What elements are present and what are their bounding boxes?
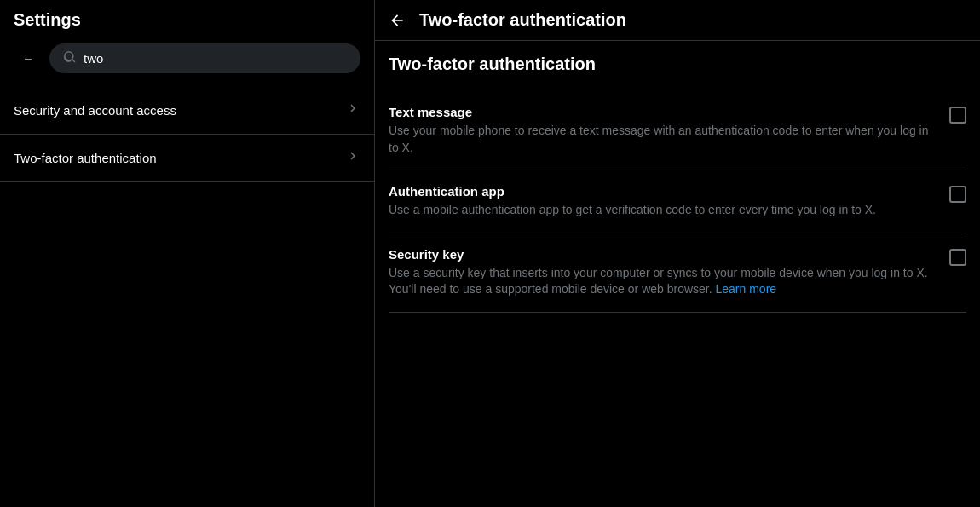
option-info-security-key: Security key Use a security key that ins…	[389, 247, 949, 298]
option-desc-security-key: Use a security key that inserts into you…	[389, 265, 936, 298]
back-button-main[interactable]	[389, 12, 406, 29]
settings-title: Settings	[0, 0, 374, 37]
option-row-authentication-app: Authentication app Use a mobile authenti…	[389, 170, 966, 233]
checkbox-wrapper-authentication-app	[949, 184, 966, 203]
option-desc-authentication-app: Use a mobile authentication app to get a…	[389, 202, 936, 219]
option-row-text-message: Text message Use your mobile phone to re…	[389, 91, 966, 170]
main-content: Two-factor authentication Two-factor aut…	[375, 0, 980, 507]
option-row-security-key: Security key Use a security key that ins…	[389, 233, 966, 313]
search-input[interactable]	[84, 51, 347, 66]
option-info-text-message: Text message Use your mobile phone to re…	[389, 105, 949, 156]
search-input-wrapper	[49, 43, 360, 73]
back-arrow-icon: ←	[22, 52, 33, 65]
learn-more-link[interactable]: Learn more	[716, 282, 777, 296]
option-desc-text-message: Use your mobile phone to receive a text …	[389, 123, 936, 156]
main-header: Two-factor authentication	[375, 0, 980, 41]
option-title-text-message: Text message	[389, 105, 936, 119]
search-icon	[63, 50, 77, 66]
back-button-search[interactable]: ←	[14, 44, 43, 73]
checkbox-wrapper-text-message	[949, 105, 966, 124]
sidebar-item-two-factor-authentication[interactable]: Two-factor authentication	[0, 135, 374, 182]
sidebar-item-label: Two-factor authentication	[14, 151, 157, 165]
sidebar-item-security-account-access[interactable]: Security and account access	[0, 87, 374, 135]
search-container: ←	[0, 37, 374, 87]
option-title-security-key: Security key	[389, 247, 936, 262]
sidebar-item-label: Security and account access	[14, 103, 176, 118]
checkbox-text-message[interactable]	[949, 107, 966, 124]
main-header-title: Two-factor authentication	[419, 10, 626, 30]
page-title: Two-factor authentication	[389, 55, 966, 74]
option-title-authentication-app: Authentication app	[389, 184, 936, 199]
checkbox-wrapper-security-key	[949, 247, 966, 266]
main-body: Two-factor authentication Text message U…	[375, 41, 980, 326]
chevron-right-icon	[345, 101, 360, 120]
option-desc-security-key-text: Use a security key that inserts into you…	[389, 266, 928, 297]
sidebar: Settings ← Security and account access T…	[0, 0, 375, 507]
checkbox-authentication-app[interactable]	[949, 186, 966, 203]
chevron-right-icon	[345, 148, 360, 168]
option-info-authentication-app: Authentication app Use a mobile authenti…	[389, 184, 949, 219]
checkbox-security-key[interactable]	[949, 249, 966, 266]
